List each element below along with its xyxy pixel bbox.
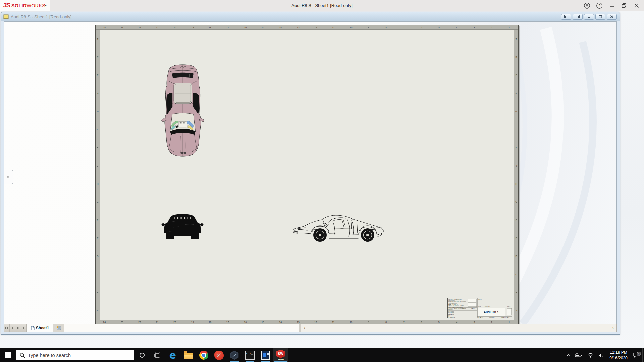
document-titlebar[interactable]: Audi R8 S - Sheet1 [Read-only] bbox=[1, 12, 620, 21]
zone-label: 5 bbox=[430, 25, 448, 29]
battery-status[interactable] bbox=[573, 353, 585, 358]
zone-label: 16 bbox=[236, 320, 254, 324]
approval-row: DRAWN bbox=[448, 309, 477, 311]
zone-band-top: 242322212019181716151413121110987654321 bbox=[96, 25, 518, 30]
taskbar-search[interactable] bbox=[16, 350, 134, 360]
zone-label: 3 bbox=[466, 320, 483, 324]
svg-text:?: ? bbox=[598, 4, 600, 8]
restore-button[interactable] bbox=[618, 0, 630, 11]
tray-expand-button[interactable] bbox=[564, 354, 573, 357]
taskbar-icon-file-explorer[interactable] bbox=[180, 348, 196, 362]
taskbar-clock[interactable]: 12:18 PM 9/16/2020 bbox=[606, 350, 631, 360]
doc-restore-button[interactable] bbox=[595, 14, 605, 20]
snipping-tool-icon: ✂ bbox=[214, 351, 224, 360]
zone-label: 2 bbox=[483, 25, 501, 29]
taskbar-icon-snipping-tool[interactable]: ✂ bbox=[211, 348, 227, 362]
chrome-icon bbox=[199, 351, 208, 360]
zone-label: 21 bbox=[149, 25, 166, 29]
zone-label: N bbox=[514, 84, 518, 102]
zone-label: D bbox=[514, 247, 518, 265]
zone-label: L bbox=[514, 120, 518, 138]
zone-label: B bbox=[514, 284, 518, 302]
title-block: UNLESS OTHERWISE SPECIFIED:DIMENSIONS AR… bbox=[447, 298, 512, 318]
zone-label: 24 bbox=[96, 320, 113, 324]
split-pane-right-button[interactable] bbox=[573, 14, 583, 20]
zone-label: F bbox=[96, 211, 100, 229]
zone-label: 11 bbox=[325, 320, 342, 324]
scroll-left-icon[interactable]: ‹ bbox=[301, 326, 308, 330]
zone-band-bottom: 242322212019181716151413121110987654321 bbox=[96, 320, 518, 324]
task-pane-flyout-handle[interactable] bbox=[4, 170, 13, 184]
zone-label: 19 bbox=[184, 320, 202, 324]
notification-badge: 1 bbox=[637, 352, 641, 356]
doc-close-button[interactable] bbox=[607, 14, 617, 20]
zone-label: 22 bbox=[131, 25, 149, 29]
zone-label: 18 bbox=[201, 25, 219, 29]
taskbar-icon-edge[interactable]: e bbox=[165, 348, 180, 362]
graphics-area[interactable]: 242322212019181716151413121110987654321 … bbox=[4, 21, 617, 324]
tab-sheet1[interactable]: Sheet1 bbox=[27, 324, 53, 332]
horizontal-scrollbar[interactable]: ‹ › bbox=[301, 324, 616, 332]
command-prompt-icon: C:\_ bbox=[245, 351, 255, 360]
search-input[interactable] bbox=[28, 353, 115, 358]
tab-strip-filler bbox=[64, 324, 299, 332]
scale-label: SCALE: bbox=[478, 317, 483, 318]
zone-label: 12 bbox=[307, 320, 325, 324]
doc-minimize-button[interactable] bbox=[584, 14, 594, 20]
zone-label: 11 bbox=[325, 25, 342, 29]
scroll-track[interactable] bbox=[308, 324, 610, 332]
taskbar-icon-edrawings[interactable] bbox=[227, 348, 242, 362]
zone-label: 2 bbox=[483, 320, 501, 324]
last-sheet-button[interactable] bbox=[21, 324, 27, 332]
account-button[interactable] bbox=[581, 0, 593, 11]
taskbar-icon-chrome[interactable] bbox=[196, 348, 211, 362]
zone-label: 7 bbox=[395, 320, 413, 324]
flyout-grip-icon bbox=[7, 176, 9, 178]
task-view-button[interactable] bbox=[150, 348, 165, 362]
minimize-button[interactable] bbox=[605, 0, 618, 11]
zone-label: 5 bbox=[430, 320, 448, 324]
wifi-status[interactable] bbox=[585, 353, 596, 358]
prev-sheet-button[interactable] bbox=[10, 324, 15, 332]
zone-band-right: TRPNMLKJHGFEDCBA bbox=[514, 30, 518, 320]
approval-row: Q.A. bbox=[448, 315, 477, 317]
show-desktop-button[interactable] bbox=[642, 348, 644, 362]
part-title: Audi R8 S bbox=[478, 308, 505, 316]
main-titlebar: 3S SOLIDWORKS ▸ Audi R8 S - Sheet1 [Read… bbox=[0, 0, 644, 11]
volume-status[interactable] bbox=[596, 353, 606, 358]
zone-label: 10 bbox=[342, 25, 360, 29]
zone-label: 14 bbox=[272, 320, 289, 324]
drawing-document-icon[interactable] bbox=[3, 14, 9, 19]
taskbar-icon-media-app[interactable] bbox=[258, 348, 273, 362]
cortana-icon bbox=[140, 353, 145, 358]
zone-label: 6 bbox=[413, 320, 430, 324]
zone-label: E bbox=[96, 229, 100, 247]
zone-label: R bbox=[514, 48, 518, 66]
first-sheet-button[interactable] bbox=[4, 324, 10, 332]
start-button[interactable] bbox=[0, 348, 16, 362]
finish-box bbox=[468, 303, 477, 307]
cortana-button[interactable] bbox=[134, 348, 150, 362]
edrawings-icon bbox=[230, 351, 239, 360]
solidworks-2020-icon: SW 2020 bbox=[276, 350, 286, 361]
help-button[interactable]: ? bbox=[593, 0, 605, 11]
drawing-sheet: 242322212019181716151413121110987654321 … bbox=[95, 25, 519, 324]
scroll-right-icon[interactable]: › bbox=[610, 326, 616, 330]
zone-label: 18 bbox=[201, 320, 219, 324]
drawing-view-top[interactable] bbox=[161, 64, 205, 157]
approval-row: ENG APPR. bbox=[448, 312, 477, 314]
zone-label: 14 bbox=[272, 25, 289, 29]
approval-row: CHECKED bbox=[448, 311, 477, 312]
add-sheet-button[interactable] bbox=[53, 324, 64, 332]
close-button[interactable] bbox=[630, 0, 643, 11]
document-window: Audi R8 S - Sheet1 [Read-only] bbox=[1, 12, 620, 335]
next-sheet-button[interactable] bbox=[15, 324, 21, 332]
drawing-view-side[interactable] bbox=[292, 213, 386, 244]
drawing-view-front[interactable] bbox=[161, 212, 204, 241]
action-center-button[interactable]: 1 bbox=[631, 352, 642, 358]
document-window-controls bbox=[561, 14, 617, 20]
taskbar-icon-command-prompt[interactable]: C:\_ bbox=[242, 348, 258, 362]
zone-label: R bbox=[96, 48, 100, 66]
split-pane-left-button[interactable] bbox=[561, 14, 571, 20]
taskbar-icon-solidworks[interactable]: SW 2020 bbox=[273, 348, 288, 362]
